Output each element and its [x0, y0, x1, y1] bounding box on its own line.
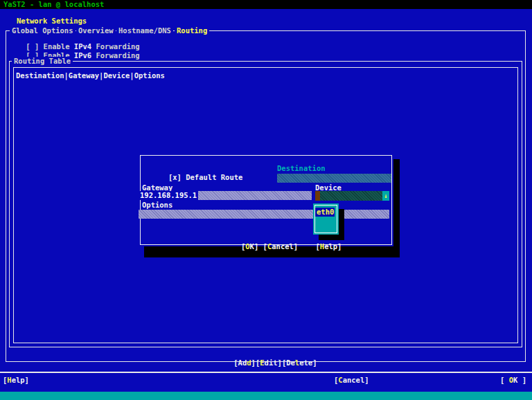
dialog-help-button[interactable]: [Help] — [315, 242, 342, 251]
options-label: Options — [142, 201, 172, 210]
delete-button[interactable]: [Delete] — [282, 358, 317, 367]
window-title: YaST2 - lan @ localhost — [3, 0, 104, 9]
default-route-box: [x] — [168, 173, 181, 181]
delete-post: ete] — [299, 358, 317, 367]
bottom-ok-button[interactable]: [ OK ] — [500, 376, 526, 385]
bottom-ok-pre: [ — [500, 376, 509, 384]
gateway-input[interactable]: 192.168.195.1 — [139, 191, 312, 200]
dialog-cancel-post: ancel] — [272, 242, 298, 251]
edit-post: dit] — [265, 358, 282, 367]
dialog-help-post: elp] — [324, 242, 342, 251]
default-route-label: Default Route — [181, 173, 243, 181]
add-button[interactable]: [Add] — [233, 358, 256, 367]
gateway-value: 192.168.195.1 — [139, 191, 198, 200]
window-titlebar: YaST2 - lan @ localhost — [0, 0, 532, 9]
combo-cursor — [315, 191, 320, 201]
options-input[interactable] — [139, 210, 389, 219]
dropdown-item-eth0[interactable]: eth0 — [315, 208, 335, 217]
ipv6-label-hot: IPv6 — [74, 51, 91, 60]
dropdown-arrow-icon[interactable]: ↓ — [382, 191, 389, 201]
dialog-ok-post: K] — [250, 242, 259, 251]
destination-input[interactable] — [277, 174, 391, 183]
device-combobox[interactable]: ↓ — [315, 191, 389, 201]
device-dropdown: eth0 — [313, 203, 339, 235]
dialog-cancel-button[interactable]: [Cancel] — [263, 242, 299, 251]
edit-button[interactable]: [Edit] — [256, 358, 282, 367]
bottom-ok-post: K ] — [513, 376, 526, 384]
delete-pre: [De — [282, 358, 295, 367]
routing-table-header: Destination|Gateway|Device|Options — [16, 71, 165, 80]
routing-table-frame-label: Routing Table — [12, 57, 73, 66]
bottom-help-post: elp] — [12, 376, 29, 384]
bottom-separator-line — [0, 372, 532, 373]
dialog-ok-button[interactable]: [OK] — [241, 242, 258, 251]
dialog-shadow-right — [393, 159, 400, 246]
ipv6-label-post: Forwarding — [91, 51, 140, 60]
bottom-strip — [0, 392, 532, 400]
route-edit-dialog: [x] Default Route Destination Gateway 19… — [139, 154, 393, 246]
dialog-button-gap2 — [298, 242, 315, 251]
dropdown-shadow-bottom — [319, 235, 344, 240]
bottom-cancel-button[interactable]: [Cancel] — [334, 376, 369, 385]
tab-routing[interactable]: Routing — [175, 26, 209, 35]
bottom-help-button[interactable]: [Help] — [3, 376, 29, 385]
add-pre: [Ad — [233, 358, 247, 367]
page-title: Network Settings — [17, 17, 87, 26]
yast-screen: YaST2 - lan @ localhost Network Settings… — [0, 0, 532, 400]
bottom-cancel-post: ancel] — [343, 376, 369, 384]
destination-label: Destination — [277, 164, 326, 173]
